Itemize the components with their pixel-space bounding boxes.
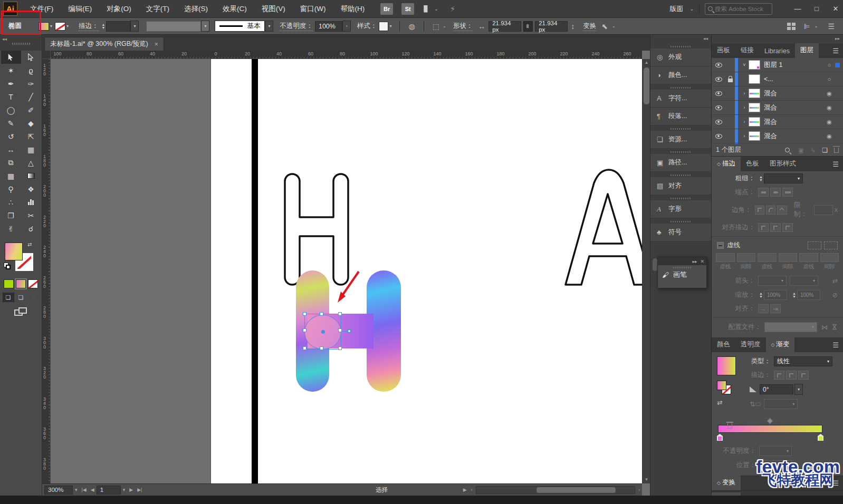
isolate-selection-icon[interactable]: ⬉: [601, 22, 608, 31]
selection-handle[interactable]: [320, 346, 323, 350]
artboard-tool-icon[interactable]: ❐: [1, 209, 21, 222]
magic-wand-tool-icon[interactable]: ✶: [1, 64, 21, 77]
expand-icon[interactable]: ›: [740, 133, 749, 139]
ruler-origin-corner[interactable]: [42, 51, 51, 59]
layer-name[interactable]: 混合: [764, 132, 823, 141]
adobe-stock-search[interactable]: [705, 3, 772, 15]
layer-thumbnail[interactable]: [749, 103, 760, 112]
layer-row[interactable]: ›混合◉: [712, 86, 843, 101]
outline-letters[interactable]: [51, 59, 642, 483]
stroke-weight-stepper[interactable]: ▲▼: [102, 23, 106, 30]
snap-options-icon[interactable]: ⊫: [804, 22, 810, 31]
shape-height-field[interactable]: 21.934 px: [535, 21, 568, 32]
lock-icon[interactable]: [728, 79, 733, 82]
tab-stroke[interactable]: ◇描边: [712, 157, 741, 171]
draw-inside-icon[interactable]: ◌: [28, 293, 40, 302]
gradient-midpoint-handle[interactable]: [767, 418, 773, 424]
make-mask-icon[interactable]: ▣: [798, 147, 804, 154]
menu-help[interactable]: 帮助(H): [340, 4, 365, 14]
gradient-button[interactable]: [16, 279, 26, 288]
target-circle-icon[interactable]: ○: [823, 62, 835, 68]
dock-item-character[interactable]: A字符...: [650, 90, 711, 108]
bridge-button[interactable]: Br: [380, 3, 393, 15]
vertical-scroll-thumb[interactable]: [644, 67, 649, 104]
expand-icon[interactable]: ›: [740, 105, 749, 110]
layer-name[interactable]: 混合: [764, 89, 823, 98]
shape-width-field[interactable]: 21.934 px: [488, 21, 521, 32]
opacity-label[interactable]: 不透明度：: [280, 22, 313, 31]
opacity-more-button[interactable]: ›: [342, 21, 351, 32]
free-transform-tool-icon[interactable]: ▦: [21, 143, 41, 156]
target-circle-icon[interactable]: ◉: [823, 104, 835, 111]
tab-color[interactable]: 颜色: [712, 337, 735, 352]
link-dimensions-button[interactable]: ∞: [523, 21, 533, 32]
target-circle-icon[interactable]: ◉: [823, 90, 835, 97]
target-circle-icon[interactable]: ◉: [823, 119, 835, 125]
stroke-weight-field[interactable]: [106, 21, 130, 32]
dock-grip[interactable]: [670, 175, 692, 176]
layer-name[interactable]: <...: [764, 75, 823, 83]
blend-tool-icon[interactable]: ❖: [21, 182, 41, 196]
selection-handle[interactable]: [303, 328, 306, 332]
tab-transform[interactable]: ◇变换: [712, 476, 741, 490]
status-flyout-icon[interactable]: ▶: [463, 487, 467, 492]
swap-fill-stroke-icon[interactable]: ⇄: [27, 241, 32, 247]
perspective-grid-tool-icon[interactable]: △: [21, 156, 41, 169]
horizontal-scroll-thumb[interactable]: [537, 487, 616, 493]
minimize-button[interactable]: —: [790, 3, 805, 15]
draw-normal-icon[interactable]: ❏: [3, 293, 14, 302]
document-viewport[interactable]: [51, 59, 642, 483]
default-fill-stroke-icon[interactable]: [4, 263, 11, 269]
panel-menu-icon[interactable]: ☰: [828, 22, 835, 31]
visibility-eye-icon[interactable]: [715, 91, 722, 96]
reverse-gradient-icon[interactable]: ⇄: [717, 399, 744, 406]
layer-name[interactable]: 混合: [764, 103, 823, 112]
layer-thumbnail[interactable]: [749, 117, 760, 127]
dock-item-pathfinder[interactable]: ▣路径...: [650, 154, 711, 172]
column-graph-tool-icon[interactable]: [21, 196, 41, 209]
graphic-style-swatch[interactable]: [379, 22, 388, 31]
delete-layer-icon[interactable]: [834, 148, 839, 153]
gradient-stop-end[interactable]: [818, 434, 823, 441]
none-button[interactable]: [28, 279, 38, 288]
arrange-documents-button[interactable]: ⌄: [424, 5, 438, 13]
selection-tool-icon[interactable]: [1, 51, 21, 64]
gradient-preview-swatch[interactable]: [717, 356, 736, 375]
menu-effect[interactable]: 效果(C): [223, 4, 247, 14]
document-setup-icon[interactable]: ◍: [408, 22, 415, 31]
slice-tool-icon[interactable]: ✂: [21, 209, 41, 222]
dock-item-assets[interactable]: ❏资源...: [650, 131, 711, 149]
layer-name[interactable]: 混合: [764, 118, 823, 127]
panel-menu-icon[interactable]: ☰: [828, 47, 843, 58]
menu-object[interactable]: 对象(O): [107, 4, 131, 14]
shape-widget-handle[interactable]: [347, 329, 351, 333]
collapse-dock-icon[interactable]: ◂◂: [703, 36, 708, 41]
dock-grip[interactable]: [670, 46, 692, 47]
layer-row[interactable]: ›混合◉: [712, 143, 843, 144]
scroll-up-icon[interactable]: ▲: [643, 59, 650, 66]
pencil-tool-icon[interactable]: ✎: [1, 117, 21, 130]
gradient-ramp[interactable]: [718, 425, 822, 433]
draw-behind-icon[interactable]: ❏: [15, 293, 27, 302]
menu-edit[interactable]: 编辑(E): [68, 4, 92, 14]
zoom-tool-icon[interactable]: ☌: [21, 222, 41, 235]
close-button[interactable]: ✕: [828, 3, 843, 15]
document-tab[interactable]: 未标题-1.ai* @ 300% (RGB/预览) ×: [44, 37, 164, 51]
horizontal-ruler[interactable]: 1008060402002040608010012014016018020022…: [51, 51, 642, 59]
shape-builder-tool-icon[interactable]: ⧉: [1, 156, 21, 169]
layer-row[interactable]: ›混合◉: [712, 101, 843, 115]
paintbrush-tool-icon[interactable]: ✐: [21, 103, 41, 117]
eyedropper-tool-icon[interactable]: ⚲: [1, 182, 21, 196]
tab-graphic-styles[interactable]: 图形样式: [764, 157, 801, 171]
search-input[interactable]: [715, 6, 768, 12]
hand-tool-icon[interactable]: ✌: [1, 222, 21, 235]
selection-handle[interactable]: [303, 312, 306, 316]
target-circle-icon[interactable]: ◉: [823, 133, 835, 140]
dock-grip[interactable]: [670, 128, 692, 130]
visibility-eye-icon[interactable]: [715, 120, 722, 124]
new-layer-icon[interactable]: ❏: [822, 147, 828, 154]
collapse-panel-icon[interactable]: ◂◂: [2, 36, 7, 42]
selection-handle[interactable]: [338, 312, 342, 316]
select-similar-icon[interactable]: ⬚: [433, 22, 438, 31]
gradient-angle-field[interactable]: 0°: [760, 384, 793, 394]
